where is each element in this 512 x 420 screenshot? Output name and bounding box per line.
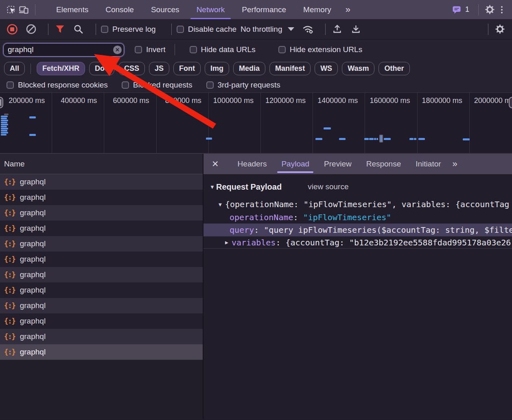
device-toolbar-button[interactable] [18, 4, 30, 16]
panel-tab[interactable]: Performance [233, 0, 295, 19]
timeline-request-bar[interactable] [1, 130, 7, 131]
filter-chip[interactable]: WS [315, 62, 338, 75]
filter-chip[interactable]: CSS [118, 62, 145, 75]
timeline-request-bar[interactable] [384, 138, 391, 140]
timeline-scroll-handle-right[interactable] [509, 97, 512, 108]
hide-data-urls-checkbox[interactable]: Hide data URLs [190, 45, 256, 54]
timeline-request-bar[interactable] [1, 132, 8, 133]
disable-cache-checkbox[interactable]: Disable cache [177, 25, 236, 34]
details-tab[interactable]: Initiator [408, 154, 448, 174]
timeline-request-bar[interactable] [1, 134, 7, 136]
timeline-request-bar[interactable] [339, 138, 346, 140]
inspect-element-button[interactable] [6, 4, 18, 16]
timeline-selection-marker[interactable] [379, 135, 383, 142]
network-overview-timeline[interactable]: 200000 ms 400000 ms 600000 ms 800000 ms … [0, 93, 512, 154]
filter-input[interactable] [3, 43, 124, 57]
timeline-request-bar[interactable] [369, 138, 374, 140]
timeline-request-bar[interactable] [418, 138, 425, 140]
more-details-tabs-button[interactable]: » [449, 159, 461, 169]
timeline-scroll-handle-left[interactable] [0, 97, 3, 108]
filter-chip[interactable]: Fetch/XHR [37, 62, 85, 75]
timeline-request-bar[interactable] [409, 138, 414, 140]
more-tabs-button[interactable]: » [340, 4, 355, 15]
timeline-request-bar[interactable] [206, 138, 212, 140]
export-har-button[interactable] [349, 23, 362, 36]
record-network-log-button[interactable] [6, 23, 19, 36]
timeline-request-bar[interactable] [364, 138, 369, 140]
filter-chip[interactable]: JS [149, 62, 169, 75]
request-row[interactable]: {:} graphql [0, 252, 203, 267]
close-details-button[interactable]: ✕ [208, 159, 222, 169]
timeline-request-bar[interactable] [463, 138, 470, 140]
timeline-request-bar[interactable] [1, 122, 7, 123]
preserve-log-checkbox[interactable]: Preserve log [101, 25, 156, 34]
payload-row-query[interactable]: query: "query ipFlowTimeseries($accountT… [203, 223, 512, 236]
clear-network-log-button[interactable] [24, 23, 37, 36]
request-row[interactable]: {:} graphql [0, 267, 203, 282]
request-row[interactable]: {:} graphql [0, 282, 203, 298]
filter-chip[interactable]: Font [173, 62, 201, 75]
timeline-request-bar[interactable] [1, 116, 8, 117]
invert-checkbox[interactable]: Invert [135, 45, 166, 54]
throttling-dropdown[interactable]: No throttling [241, 25, 294, 34]
filter-chip-all[interactable]: All [4, 62, 25, 75]
payload-row-operationname[interactable]: operationName: "ipFlowTimeseries" [203, 211, 512, 223]
details-tab[interactable]: Preview [317, 154, 359, 174]
details-tab[interactable]: Payload [274, 154, 317, 174]
panel-tab[interactable]: Sources [142, 0, 188, 19]
timeline-request-bar[interactable] [376, 138, 378, 140]
name-column-header[interactable]: Name [0, 154, 203, 174]
panel-tab[interactable]: Network [188, 0, 234, 19]
request-row[interactable]: {:} graphql [0, 221, 203, 236]
payload-root-row[interactable]: ▼ {operationName: "ipFlowTimeseries", va… [203, 198, 512, 211]
view-source-link[interactable]: view source [308, 182, 348, 191]
advanced-filter-checkbox[interactable]: Blocked response cookies [7, 81, 108, 90]
network-conditions-button[interactable] [302, 23, 315, 36]
timeline-request-bar[interactable] [29, 116, 36, 118]
timeline-request-bar[interactable] [324, 127, 331, 129]
settings-button[interactable] [484, 4, 496, 16]
timeline-request-bar[interactable] [1, 120, 8, 121]
request-row[interactable]: {:} graphql [0, 344, 203, 360]
filter-chip[interactable]: Img [205, 62, 229, 75]
timeline-request-bar[interactable] [1, 118, 7, 119]
filter-button[interactable] [53, 23, 66, 36]
filter-chip[interactable]: Other [379, 62, 409, 75]
filter-chip[interactable]: Wasm [342, 62, 374, 75]
expander-icon[interactable]: ▼ [219, 201, 225, 208]
panel-tab[interactable]: Console [97, 0, 142, 19]
timeline-request-bar[interactable] [414, 138, 416, 140]
panel-tab[interactable]: Memory [295, 0, 340, 19]
more-options-button[interactable] [496, 4, 508, 16]
search-button[interactable] [72, 23, 85, 36]
request-row[interactable]: {:} graphql [0, 298, 203, 313]
advanced-filter-checkbox[interactable]: 3rd-party requests [206, 81, 280, 90]
request-row[interactable]: {:} graphql [0, 313, 203, 329]
console-messages-button[interactable] [451, 4, 463, 16]
panel-tab[interactable]: Elements [48, 0, 97, 19]
filter-chip[interactable]: Doc [89, 62, 114, 75]
request-row[interactable]: {:} graphql [0, 236, 203, 252]
details-tab[interactable]: Response [359, 154, 409, 174]
timeline-request-bar[interactable] [1, 126, 7, 127]
request-row[interactable]: {:} graphql [0, 174, 203, 190]
timeline-request-bar[interactable] [374, 138, 376, 140]
advanced-filter-checkbox[interactable]: Blocked requests [122, 81, 193, 90]
timeline-request-bar[interactable] [315, 138, 322, 140]
hide-extension-urls-checkbox[interactable]: Hide extension URLs [278, 45, 362, 54]
timeline-request-bar[interactable] [1, 128, 8, 129]
details-tab[interactable]: Headers [230, 154, 274, 174]
import-har-button[interactable] [330, 23, 344, 36]
request-row[interactable]: {:} graphql [0, 329, 203, 344]
timeline-request-bar[interactable] [1, 124, 8, 125]
section-expander-icon[interactable]: ▼ [210, 184, 216, 190]
request-row[interactable]: {:} graphql [0, 190, 203, 205]
payload-row-variables[interactable]: ▶ variables: {accountTag: "b12e3b2192ee5… [203, 236, 512, 249]
filter-chip[interactable]: Media [233, 62, 265, 75]
timeline-request-bar[interactable] [4, 114, 9, 115]
network-settings-button[interactable] [493, 23, 506, 36]
request-row[interactable]: {:} graphql [0, 205, 203, 221]
expander-icon[interactable]: ▶ [225, 239, 232, 245]
timeline-request-bar[interactable] [29, 134, 36, 136]
filter-chip[interactable]: Manifest [269, 62, 311, 75]
